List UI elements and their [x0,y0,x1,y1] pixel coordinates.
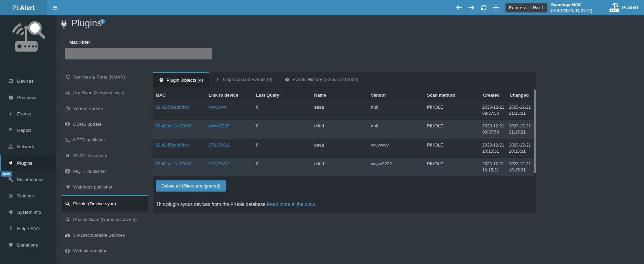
pialert-app: Pi.Alert Process: Wait Synology-NAS (01/… [0,0,644,264]
last-query-cell: 0 [253,139,311,157]
sidebar-item-label: Devices [17,79,33,84]
tab-plugin-objects[interactable]: Plugin Objects (4) [153,72,209,87]
help-badge[interactable]: ? [100,19,105,24]
plugin-nav-label: Webhook publisher [73,184,112,190]
mac-link[interactable]: 02:42:ac:1e:00:02 [153,157,206,176]
sitemap-icon [8,144,13,149]
sidebar-item-label: Help / FAQ [17,226,40,231]
plugin-nav-label: Un-Discoverable Devices [73,233,125,238]
mac-filter-input[interactable] [65,48,212,59]
tab-unprocessed-events[interactable]: Unprocessed Events (0) [209,72,279,87]
sidebar-item-devices[interactable]: Devices [0,73,56,89]
docs-link[interactable]: Read more in the docs. [267,202,317,207]
plugin-nav-label: Vendor update [73,106,103,111]
host-name: Synology-NAS [551,2,592,8]
sidebar-item-presence[interactable]: Presence [0,89,56,106]
plugin-nav-vendor-update[interactable]: Vendor update [62,100,148,116]
column-header-scan-method: Scan method [424,89,480,101]
column-header-created: Created [480,89,507,101]
clock-icon [285,77,290,82]
plugin-nav-undiscoverable-devices[interactable]: Un-Discoverable Devices [62,227,148,243]
gear-icon [8,193,13,198]
sidebar-item-donations[interactable]: Donations [0,237,56,253]
device-link[interactable]: vvvvvvvv [206,101,253,120]
sidebar-item-settings[interactable]: Settings [0,187,56,204]
name-cell: aaaa [311,101,368,120]
scan-method-cell: PIHOLE [424,139,480,157]
device-link[interactable]: 172.30.0.1 [206,139,253,157]
laptop-icon [8,79,13,84]
search-icon [65,201,70,206]
sidebar-item-system-info[interactable]: System info [0,204,56,220]
sidebar-item-help-faq[interactable]: Help / FAQ [0,220,56,237]
plugin-nav-webhook-publisher[interactable]: Webhook publisher [62,179,148,195]
plugin-detail-panel: Plugin Objects (4) Unprocessed Events (0… [153,72,536,213]
created-cell: 2023-12-2109:37:50 [480,120,507,139]
table-row: 02:42:59:ad:fd:cc 172.30.0.1 0 aaaa vvvv… [153,139,534,157]
sidebar-item-events[interactable]: Events [0,106,56,122]
router-icon [608,2,620,13]
mac-link[interactable]: 02:42:59:ad:fd:cc [153,101,206,120]
cube-icon [159,78,164,82]
brand-logo[interactable]: Pi.Alert [0,0,47,15]
device-link[interactable]: 172.30.0.2 [206,157,253,176]
top-navbar: Pi.Alert Process: Wait Synology-NAS (01/… [0,0,644,15]
table-row: 02:42:ac:1e:00:02 vvvvv2222 0 dddd null … [153,120,534,139]
sidebar-toggle-button[interactable] [47,0,63,15]
sidebar-item-network[interactable]: Network [0,138,56,155]
host-timestamp: (01/01/2024, 11:31:04) [551,8,592,14]
mac-link[interactable]: 02:42:59:ad:fd:cc [153,139,206,157]
device-link[interactable]: vvvvv2222 [206,120,253,139]
plug-icon [8,161,13,166]
mac-link[interactable]: 02:42:ac:1e:00:02 [153,120,206,139]
table-scrollbar[interactable] [534,89,536,173]
sidebar-item-label: Presence [17,95,37,100]
globe-icon [65,248,70,253]
delete-all-button[interactable]: Delete all (filters are ignored) [156,180,226,192]
search-icon [65,90,70,95]
plugin-nav-ntfy-publisher[interactable]: NTFY publisher [62,132,148,148]
plugin-nav-snmp-discovery[interactable]: SNMP discovery [62,148,148,163]
wrench-icon [8,177,13,182]
sidebar-item-label: Report [17,128,31,133]
bolt-icon [215,77,220,82]
nav-back-icon[interactable] [455,4,463,11]
paper-plane-icon [65,184,70,190]
plugin-nav-ddns-update[interactable]: DDNS update [62,116,148,132]
calendar-icon [8,95,13,100]
sidebar-item-label: Network [17,144,34,149]
tab-events-history[interactable]: Events History (50 out of 10000) [279,72,365,87]
tab-label: Unprocessed Events (0) [223,77,272,82]
plugin-nav-label: SNMP discovery [73,153,107,158]
heart-icon [8,242,13,248]
plugin-nav-pihole-device-sync[interactable]: PiHole (Device sync) [62,195,148,211]
plugin-nav-services-ports[interactable]: Services & Ports (NMAP) [62,69,148,85]
phone-volume-icon [65,74,70,80]
vendor-cell: vvvvv2222 [368,157,424,176]
nav-forward-icon[interactable] [468,4,475,11]
mac-filter-label: Mac Filter [69,40,90,45]
refresh-icon[interactable] [480,4,487,11]
plugin-nav-pholus-scan[interactable]: Pholus-Scan (Name discovery) [62,211,148,227]
sidebar-item-report[interactable]: Report [0,122,56,138]
name-cell: aaaa [311,139,368,157]
scan-method-cell: PIHOLE [424,101,480,120]
bolt-icon [8,111,13,116]
sidebar: Devices Presence Events Report Network P… [0,15,56,264]
sidebar-item-label: Settings [17,193,34,198]
plugin-nav-mqtt-publisher[interactable]: MQTT publisher [62,163,148,179]
column-header-changed: Changed [507,89,534,101]
column-header-link: Link to device [206,89,253,101]
created-cell: 2023-12-2109:37:50 [480,101,507,120]
plugin-nav-arp-scan[interactable]: Arp-Scan (Network scan) [62,85,148,100]
plugin-nav-label: MQTT publisher [73,169,106,174]
plugin-nav-label: Arp-Scan (Network scan) [73,90,125,95]
s-letter-icon [65,153,70,158]
plugin-nav-website-monitor[interactable]: Website monitor [62,243,148,259]
tab-label: Events History (50 out of 10000) [292,77,359,82]
scan-method-cell: PIHOLE [424,157,480,176]
move-icon[interactable] [492,4,500,11]
sidebar-item-plugins[interactable]: Plugins [0,155,56,171]
scan-method-cell: PIHOLE [424,120,480,139]
plugin-nav-label: NTFY publisher [73,137,105,142]
